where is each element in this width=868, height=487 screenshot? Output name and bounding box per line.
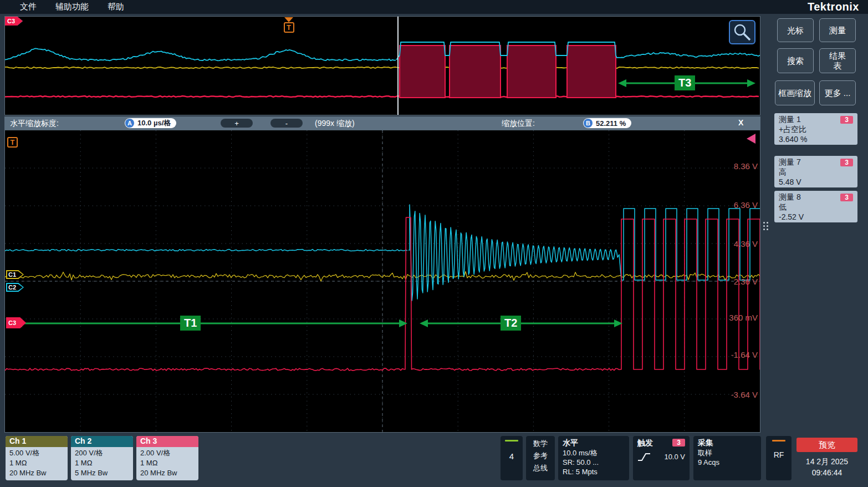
voltage-gridline-label: 2.36 V (716, 277, 758, 286)
ch2-scale: 200 V/格 (75, 448, 129, 458)
bus-label: 总线 (530, 462, 550, 474)
zoom-overview-panel[interactable]: T C2 C3 T3 (4, 16, 760, 115)
zoom-close-button[interactable]: X (738, 118, 743, 127)
trigger-source-badge: 3 (672, 439, 685, 447)
magnifier-glyph (730, 21, 754, 43)
horizontal-scale: 10.0 ms/格 (563, 448, 625, 458)
ch1-bandwidth: 20 MHz Bw (9, 468, 64, 478)
ch1-impedance: 1 MΩ (9, 458, 64, 468)
zoom-factor-label: (999x 缩放) (315, 119, 355, 129)
math-label: 数学 (530, 438, 550, 450)
zoom-in-button[interactable]: + (221, 119, 253, 128)
zoom-position-value[interactable]: B 52.211 % (583, 118, 631, 128)
measurement-badge-7[interactable]: 测量 7 3 高 5.48 V (774, 156, 857, 187)
ch1-scale: 5.00 V/格 (9, 448, 64, 458)
rf-badge[interactable]: RF (766, 436, 792, 480)
channel-1-header: Ch 1 (6, 436, 68, 447)
trigger-badge[interactable]: 触发 3 10.0 V (633, 436, 690, 480)
date-time: 14 2月 2025 09:46:44 (796, 456, 857, 479)
trigger-title: 触发 (637, 438, 653, 448)
ch3-bandwidth: 20 MHz Bw (140, 468, 195, 478)
source-badge: 3 (840, 159, 853, 166)
channel-2-badge[interactable]: Ch 2 200 V/格 1 MΩ 5 MHz Bw (71, 436, 133, 480)
measurement-badge-8[interactable]: 测量 8 3 低 -2.52 V (774, 191, 857, 222)
search-button[interactable]: 搜索 (777, 48, 814, 73)
channel-4-badge[interactable]: 4 (501, 436, 523, 480)
rf-color-dash (772, 440, 785, 442)
measurement-value: 3.640 % (779, 135, 853, 145)
cursor-button[interactable]: 光标 (777, 18, 814, 42)
voltage-gridline-label: 8.36 V (716, 161, 758, 171)
channel-2-header: Ch 2 (71, 436, 133, 447)
ref-label: 参考 (530, 450, 550, 462)
math-ref-bus-badge[interactable]: 数学 参考 总线 (526, 436, 555, 480)
sample-rate: SR: 50.0 ... (563, 458, 625, 467)
horizontal-badge[interactable]: 水平 10.0 ms/格 SR: 50.0 ... RL: 5 Mpts (558, 436, 629, 480)
draw-zoom-button[interactable]: 框画缩放 (775, 80, 815, 105)
rf-label: RF (770, 450, 787, 459)
measurement-title: 测量 7 (779, 158, 801, 168)
zoom-scale-label: 水平缩放标度: (10, 119, 59, 129)
t3-search-label: T3 (675, 75, 695, 90)
ch2-impedance: 1 MΩ (75, 458, 129, 468)
acquisition-title: 采集 (698, 438, 757, 448)
t2-measure-label: T2 (501, 316, 521, 331)
acquisition-mode: 取样 (698, 448, 757, 458)
trigger-position-marker[interactable]: T (283, 17, 295, 33)
measurement-title: 测量 8 (779, 192, 801, 202)
voltage-gridline-label: -3.64 V (716, 390, 758, 399)
channel-3-badge[interactable]: Ch 3 2.00 V/格 1 MΩ 20 MHz Bw (136, 436, 198, 480)
trigger-t-icon: T (284, 22, 294, 33)
voltage-gridline-label: 4.36 V (716, 239, 758, 248)
ch4-label: 4 (505, 452, 518, 461)
ch3-impedance: 1 MΩ (140, 458, 195, 468)
tektronix-logo: Tektronix (808, 1, 859, 13)
measure-button[interactable]: 测量 (819, 18, 856, 42)
time-label: 09:46:44 (796, 467, 857, 478)
ch2-bandwidth: 5 MHz Bw (75, 468, 129, 478)
more-button[interactable]: 更多 ... (819, 80, 856, 105)
channel-1-badge[interactable]: Ch 1 5.00 V/格 1 MΩ 20 MHz Bw (6, 436, 68, 480)
menu-file[interactable]: 文件 (20, 2, 37, 12)
menu-utility[interactable]: 辅助功能 (55, 2, 89, 12)
main-waveform-svg (5, 130, 760, 432)
multipurpose-b-icon: B (584, 119, 593, 128)
measurement-value: 5.48 V (779, 177, 853, 187)
acquisition-count: 9 Acqs (698, 458, 757, 467)
rising-edge-icon (637, 453, 651, 461)
zoom-magnifier-icon[interactable] (729, 20, 755, 44)
trigger-level-arrow[interactable] (747, 134, 755, 144)
zoom-control-bar: 水平缩放标度: A 10.0 µs/格 + - (999x 缩放) 缩放位置: … (4, 116, 760, 130)
preview-button[interactable]: 预览 (796, 438, 857, 452)
source-badge: 3 (840, 194, 853, 201)
overview-waveform-svg (5, 17, 760, 115)
main-waveform-display[interactable]: T C1 C2 C3 T1 T2 8.36 V 6.36 V 4.36 V 2.… (4, 130, 760, 433)
voltage-gridline-label: 360 mV (716, 313, 758, 322)
acquisition-badge[interactable]: 采集 取样 9 Acqs (693, 436, 761, 480)
measurement-value: -2.52 V (779, 212, 853, 222)
voltage-gridline-label: -1.64 V (716, 350, 758, 359)
channel-3-header: Ch 3 (136, 436, 198, 447)
measurement-name: 低 (779, 202, 853, 212)
oscilloscope-app: 文件 辅助功能 帮助 Tektronix T C2 C3 T3 水平缩放标度: … (0, 0, 868, 487)
trigger-level: 10.0 V (664, 453, 685, 461)
trigger-arrow-icon (284, 17, 293, 22)
date-label: 14 2月 2025 (796, 456, 857, 467)
record-length: RL: 5 Mpts (563, 467, 625, 476)
results-table-button[interactable]: 结果表 (819, 48, 856, 73)
ch4-color-dash (505, 440, 518, 442)
measurement-name: +占空比 (779, 125, 853, 135)
zoom-scale-value[interactable]: A 10.0 µs/格 (125, 118, 176, 128)
measurement-badge-1[interactable]: 测量 1 3 +占空比 3.640 % (774, 113, 857, 145)
zoom-position-label: 缩放位置: (502, 119, 535, 129)
source-badge: 3 (840, 116, 853, 124)
menu-help[interactable]: 帮助 (108, 2, 124, 12)
t1-measure-label: T1 (180, 316, 201, 331)
multipurpose-a-icon: A (125, 119, 134, 128)
trigger-indicator[interactable]: T (7, 137, 18, 148)
ch3-scale: 2.00 V/格 (140, 448, 195, 458)
zoom-out-button[interactable]: - (270, 119, 303, 128)
panel-drag-handle[interactable] (763, 222, 769, 230)
horizontal-title: 水平 (563, 438, 625, 448)
measurement-name: 高 (779, 168, 853, 177)
